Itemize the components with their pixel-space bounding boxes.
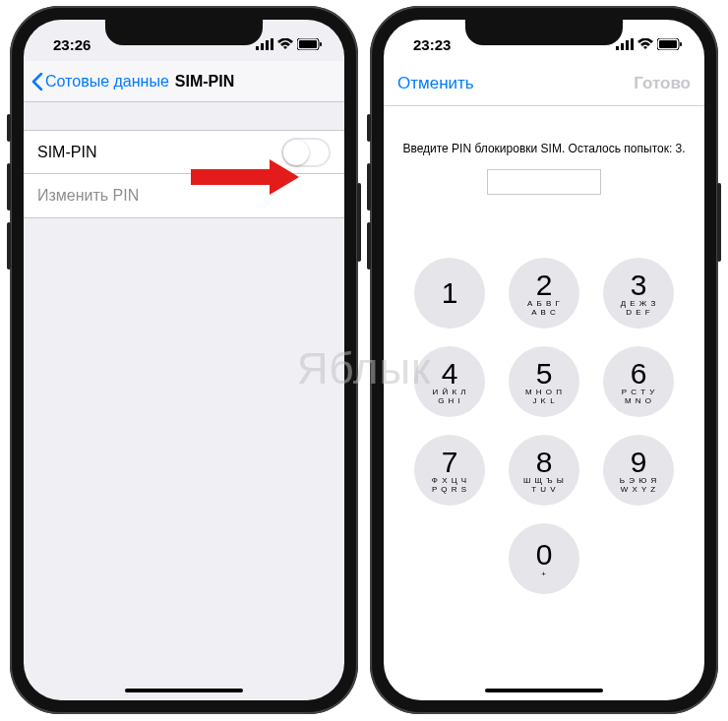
svg-rect-14: [659, 40, 677, 48]
screen-settings: 23:26 Сотовые данные SIM-PIN SIM-PIN: [24, 20, 344, 700]
side-button: [367, 114, 371, 142]
svg-rect-11: [626, 40, 629, 50]
page-title: SIM-PIN: [175, 73, 234, 90]
phone-left: 23:26 Сотовые данные SIM-PIN SIM-PIN: [10, 6, 358, 714]
svg-rect-15: [680, 42, 682, 46]
chevron-left-icon: [31, 73, 43, 90]
key-2[interactable]: 2 А Б В Г A B C: [509, 258, 579, 329]
svg-rect-0: [256, 46, 259, 50]
key-9[interactable]: 9 Ь Э Ю Я W X Y Z: [603, 435, 674, 506]
key-digit: 3: [631, 270, 647, 301]
key-digit: 2: [536, 270, 553, 301]
status-time: 23:26: [53, 36, 91, 53]
key-5[interactable]: 5 М Н О П J K L: [509, 346, 579, 417]
prompt-area: Введите PIN блокировки SIM. Осталось поп…: [384, 106, 704, 195]
svg-rect-1: [261, 43, 264, 50]
nav-bar: Отменить Готово: [384, 61, 704, 106]
svg-rect-5: [299, 40, 317, 48]
key-letters: +: [541, 571, 547, 578]
key-digit: 5: [536, 358, 553, 390]
key-1[interactable]: 1: [414, 258, 485, 329]
keypad: 1 2 А Б В Г A B C 3 Д Е Ж З D E F 4 И Й …: [384, 258, 704, 594]
key-digit: 7: [442, 447, 458, 478]
key-8[interactable]: 8 Ш Щ Ъ Ы T U V: [509, 435, 579, 506]
side-button: [367, 222, 371, 270]
key-letters: Р С Т У M N O: [622, 389, 656, 405]
key-digit: 1: [442, 277, 458, 309]
key-3[interactable]: 3 Д Е Ж З D E F: [603, 258, 674, 329]
svg-rect-7: [191, 169, 270, 185]
side-button: [357, 183, 361, 262]
key-digit: 8: [536, 447, 553, 478]
key-7[interactable]: 7 Ф Х Ц Ч P Q R S: [414, 435, 485, 506]
key-digit: 4: [442, 358, 458, 390]
key-letters: Ш Щ Ъ Ы T U V: [523, 477, 565, 494]
svg-rect-10: [621, 43, 624, 50]
battery-icon: [297, 38, 323, 50]
status-indicators: [616, 38, 683, 50]
side-button: [7, 114, 11, 142]
row-label: SIM-PIN: [37, 144, 96, 161]
key-0[interactable]: 0 +: [509, 523, 579, 594]
back-button[interactable]: Сотовые данные: [31, 73, 169, 90]
key-4[interactable]: 4 И Й К Л G H I: [414, 346, 485, 417]
battery-icon: [657, 38, 683, 50]
phone-right: 23:23 Отменить Готово Введите PIN блокир…: [370, 6, 718, 714]
key-letters: Ф Х Ц Ч P Q R S: [432, 477, 467, 494]
pin-input[interactable]: [487, 169, 601, 195]
cellular-icon: [616, 38, 634, 50]
done-button[interactable]: Готово: [634, 74, 691, 93]
side-button: [717, 183, 721, 262]
svg-rect-3: [271, 38, 273, 50]
cancel-button[interactable]: Отменить: [397, 74, 474, 93]
side-button: [7, 222, 11, 270]
key-letters: И Й К Л G H I: [432, 389, 466, 405]
side-button: [7, 163, 11, 210]
svg-rect-2: [266, 40, 269, 50]
notch: [465, 20, 623, 45]
svg-rect-6: [320, 42, 322, 46]
home-indicator[interactable]: [125, 689, 243, 692]
svg-marker-8: [270, 159, 299, 195]
key-digit: 0: [536, 539, 553, 571]
key-letters: Ь Э Ю Я W X Y Z: [620, 477, 658, 494]
cellular-icon: [256, 38, 273, 50]
wifi-icon: [637, 38, 653, 50]
row-label: Изменить PIN: [37, 187, 139, 205]
arrow-annotation-icon: [191, 159, 299, 195]
key-digit: 6: [631, 358, 647, 390]
wifi-icon: [277, 38, 293, 50]
notch: [105, 20, 263, 45]
prompt-text: Введите PIN блокировки SIM. Осталось поп…: [401, 142, 687, 155]
status-time: 23:23: [413, 36, 451, 53]
key-6[interactable]: 6 Р С Т У M N O: [603, 346, 674, 417]
home-indicator[interactable]: [485, 689, 603, 692]
key-letters: А Б В Г A B C: [527, 300, 561, 317]
key-letters: М Н О П J K L: [525, 389, 563, 405]
key-digit: 9: [631, 447, 647, 478]
svg-rect-12: [631, 38, 634, 50]
status-indicators: [256, 38, 323, 50]
key-letters: Д Е Ж З D E F: [621, 300, 657, 317]
side-button: [367, 163, 371, 210]
nav-bar: Сотовые данные SIM-PIN: [24, 61, 344, 102]
svg-rect-9: [616, 46, 619, 50]
back-label: Сотовые данные: [45, 73, 169, 90]
screen-keypad: 23:23 Отменить Готово Введите PIN блокир…: [384, 20, 704, 700]
